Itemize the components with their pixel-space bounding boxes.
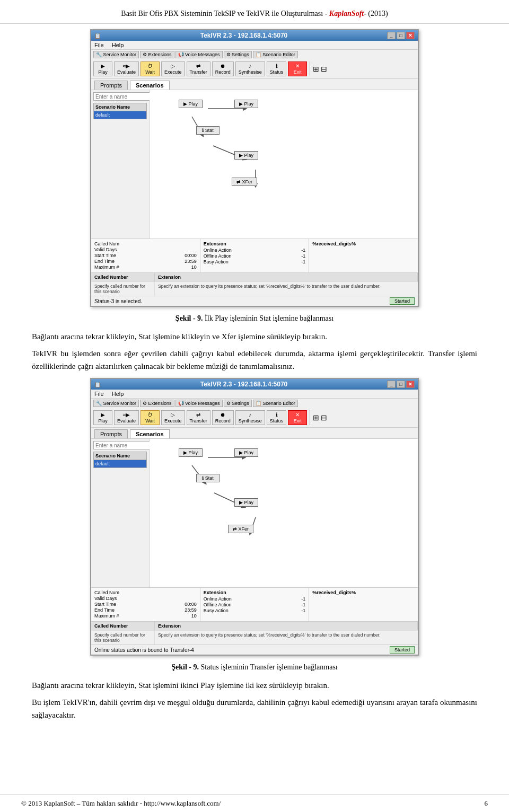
info-col2-2: Extension Online Action-1 Offline Action… — [200, 588, 310, 621]
play3-btn-2[interactable]: ▶ Play — [234, 498, 258, 507]
tab-scenarios-2[interactable]: Scenarios — [130, 429, 170, 438]
evaluate-toolbar-btn-2[interactable]: ≈▶ Evaluate — [114, 410, 139, 425]
evaluate-icon: ≈▶ — [123, 63, 130, 69]
record-toolbar-btn[interactable]: ⏺ Record — [212, 61, 234, 76]
scenario-row-default-2[interactable]: default — [94, 460, 147, 468]
scenario-row-default-1[interactable]: default — [94, 111, 147, 119]
play3-btn[interactable]: ▶ Play — [234, 151, 258, 160]
menu-file-2[interactable]: File — [94, 391, 104, 397]
record-toolbar-btn-2[interactable]: ⏺ Record — [212, 410, 234, 425]
scenario-editor-btn[interactable]: 📋 Scenario Editor — [253, 51, 298, 58]
maximize-btn-2[interactable]: □ — [397, 381, 405, 388]
win-sidebar-1: ▼ ✕ Scenario Name default — [91, 90, 150, 239]
execute-toolbar-btn[interactable]: ▷ Execute — [161, 61, 185, 76]
extensions-btn[interactable]: ⚙ Extensions — [140, 51, 174, 58]
stat1-btn[interactable]: ℹ Stat — [196, 126, 220, 135]
status-toolbar-btn-2[interactable]: ℹ Status — [267, 410, 287, 425]
exit-toolbar-btn-2[interactable]: ✕ Exit — [288, 410, 307, 425]
caption-1: Şekil - 9. İlk Play işleminin Stat işlem… — [32, 314, 477, 323]
transfer-toolbar-btn-2[interactable]: ⇄ Transfer — [187, 410, 210, 425]
play-toolbar-btn[interactable]: ▶ Play — [93, 61, 112, 76]
window-controls-1[interactable]: _ □ ✕ — [387, 32, 415, 39]
tab-prompts-2[interactable]: Prompts — [94, 429, 128, 438]
service-monitor-btn[interactable]: 🔧 Service Monitor — [93, 51, 139, 58]
flow-arrows-2 — [150, 439, 418, 566]
toolbar-sep — [310, 61, 310, 76]
tab-scenarios-1[interactable]: Scenarios — [130, 81, 170, 90]
flow-node-play3-2[interactable]: ▶ Play — [234, 498, 258, 507]
menu-help-1[interactable]: Help — [112, 42, 124, 48]
flow-node-stat1[interactable]: ℹ Stat — [196, 126, 220, 135]
extra-btn-1[interactable]: ⊞ — [313, 65, 319, 73]
menu-help-2[interactable]: Help — [112, 391, 124, 397]
synthesise-icon: ♪ — [249, 63, 251, 69]
called-number-label-1: Called Number — [91, 273, 155, 281]
service-monitor-btn-2[interactable]: 🔧 Service Monitor — [93, 400, 139, 407]
caption2-prefix: Şekil - 9. — [171, 663, 199, 671]
play2-btn-2[interactable]: ▶ Play — [234, 448, 258, 457]
status-toolbar-btn[interactable]: ℹ Status — [267, 61, 287, 76]
tab-prompts-1[interactable]: Prompts — [94, 81, 128, 90]
header-year: - (2013) — [364, 10, 388, 17]
called-number-bar-2: Called Number Extension — [91, 621, 418, 630]
menubar-1: File Help — [91, 41, 418, 50]
caption-2: Şekil - 9. Status işleminin Transfer işl… — [32, 663, 477, 672]
xfer1-btn-2[interactable]: ⇄ XFer — [228, 525, 253, 533]
synthesise-toolbar-btn-2[interactable]: ♪ Synthesise — [235, 410, 265, 425]
flow-node-play2-2[interactable]: ▶ Play — [234, 448, 258, 457]
extra-btn-4[interactable]: ⊟ — [321, 413, 327, 422]
info-panel-1: Called Num Valid Days Start Time00:00 En… — [91, 239, 418, 272]
stat-icon-2: ℹ — [276, 412, 278, 418]
exit-toolbar-btn[interactable]: ✕ Exit — [288, 61, 307, 76]
scenario-editor-btn-2[interactable]: 📋 Scenario Editor — [253, 400, 298, 407]
settings-btn-2[interactable]: ⚙ Settings — [224, 400, 252, 407]
tabs-2: Prompts Scenarios — [91, 428, 418, 439]
flow-node-xfer1-2[interactable]: ⇄ XFer — [228, 525, 253, 533]
play1-btn[interactable]: ▶ Play — [179, 100, 203, 108]
start-time-label-1: Start Time — [94, 253, 116, 258]
transfer-toolbar-btn[interactable]: ⇄ Transfer — [187, 61, 210, 76]
flow-node-play3[interactable]: ▶ Play — [234, 151, 258, 160]
voice-messages-btn[interactable]: 📢 Voice Messages — [175, 51, 223, 58]
play1-btn-2[interactable]: ▶ Play — [179, 448, 203, 457]
extra-btn-2[interactable]: ⊟ — [321, 65, 327, 73]
flow-node-play2[interactable]: ▶ Play — [234, 100, 258, 108]
menu-file-1[interactable]: File — [94, 42, 104, 48]
close-btn-2[interactable]: ✕ — [406, 381, 415, 388]
play2-btn[interactable]: ▶ Play — [234, 100, 258, 108]
execute-toolbar-btn-2[interactable]: ▷ Execute — [161, 410, 185, 425]
extension-desc-1: Specify an extension to query its presen… — [155, 282, 418, 296]
wait-icon-2: ⏱ — [147, 412, 153, 418]
wait-toolbar-btn-2[interactable]: ⏱ Wait — [141, 410, 160, 425]
scenario-name-default-1: default — [94, 111, 147, 119]
scenario-name-default-2: default — [94, 460, 147, 468]
stat1-btn-2[interactable]: ℹ Stat — [196, 474, 220, 482]
settings-btn[interactable]: ⚙ Settings — [224, 51, 252, 58]
close-btn-1[interactable]: ✕ — [406, 32, 415, 39]
paragraph-4: Bu işlem TekIVR'ın, dahili çevrim dışı v… — [32, 696, 477, 721]
play-toolbar-btn-2[interactable]: ▶ Play — [93, 410, 112, 425]
minimize-btn-1[interactable]: _ — [387, 32, 396, 39]
wait-icon: ⏱ — [147, 63, 153, 69]
extra-btn-3[interactable]: ⊞ — [313, 413, 319, 422]
figure1-wrapper: 📋 TekIVR 2.3 - 192.168.1.4:5070 _ □ ✕ Fi… — [32, 29, 477, 307]
extensions-btn-2[interactable]: ⚙ Extensions — [140, 400, 174, 407]
flow-node-stat1-2[interactable]: ℹ Stat — [196, 474, 220, 482]
flow-node-play1-2[interactable]: ▶ Play — [179, 448, 203, 457]
flow-node-xfer1[interactable]: ⇄ XFer — [232, 178, 257, 186]
xfer1-btn[interactable]: ⇄ XFer — [232, 178, 257, 186]
statusbar-1: Status-3 is selected. Started — [91, 296, 418, 306]
info-col1: Called Num Valid Days Start Time00:00 En… — [91, 239, 200, 272]
minimize-btn-2[interactable]: _ — [387, 381, 396, 388]
evaluate-toolbar-btn[interactable]: ≈▶ Evaluate — [114, 61, 139, 76]
voice-messages-btn-2[interactable]: 📢 Voice Messages — [175, 400, 223, 407]
titlebar1: 📋 TekIVR 2.3 - 192.168.1.4:5070 _ □ ✕ — [91, 30, 418, 41]
maximize-btn-1[interactable]: □ — [397, 32, 405, 39]
record-icon: ⏺ — [220, 63, 225, 69]
flow-node-play1[interactable]: ▶ Play — [179, 100, 203, 108]
wait-toolbar-btn[interactable]: ⏱ Wait — [141, 61, 160, 76]
synthesise-toolbar-btn[interactable]: ♪ Synthesise — [235, 61, 265, 76]
valid-days-label-1: Valid Days — [94, 247, 117, 252]
tabs-1: Prompts Scenarios — [91, 79, 418, 90]
window-controls-2[interactable]: _ □ ✕ — [387, 381, 415, 388]
